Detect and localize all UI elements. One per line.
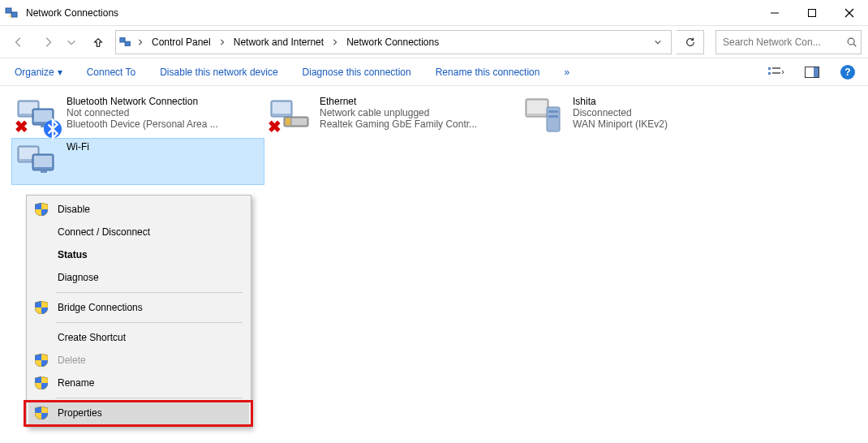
- chevron-right-icon[interactable]: [217, 39, 227, 45]
- svg-rect-27: [772, 67, 780, 69]
- recent-dropdown[interactable]: [65, 30, 78, 54]
- menu-item-shortcut[interactable]: Create Shortcut: [28, 326, 249, 349]
- menu-separator: [56, 398, 243, 398]
- address-bar[interactable]: Control Panel Network and Internet Netwo…: [115, 30, 672, 54]
- context-menu: Disable Connect / Disconnect Status Diag…: [26, 195, 251, 428]
- rename-connection-button[interactable]: Rename this connection: [429, 63, 547, 81]
- menu-separator: [56, 322, 243, 323]
- menu-item-rename[interactable]: Rename: [28, 372, 249, 394]
- error-x-icon: ✖: [15, 117, 28, 136]
- menu-separator: [56, 292, 243, 293]
- menu-item-status[interactable]: Status: [28, 243, 249, 266]
- view-options-button[interactable]: [764, 60, 789, 84]
- up-button[interactable]: [86, 30, 110, 54]
- minimize-button[interactable]: [756, 1, 793, 25]
- svg-rect-26: [768, 67, 771, 70]
- uac-shield-icon: [33, 376, 49, 389]
- connection-name: Bluetooth Network Connection: [67, 96, 218, 107]
- svg-point-24: [848, 38, 854, 45]
- address-icon: [119, 36, 132, 49]
- connection-status: Not connected: [67, 107, 218, 118]
- maximize-button[interactable]: [793, 1, 831, 25]
- connection-status: Network cable unplugged: [320, 107, 477, 118]
- connection-name: Wi-Fi: [67, 141, 89, 153]
- connection-item-bluetooth[interactable]: ✖ Bluetooth Network Connection Not conne…: [11, 92, 264, 138]
- svg-rect-16: [11, 12, 17, 17]
- titlebar: Network Connections: [0, 0, 868, 26]
- svg-rect-19: [809, 9, 816, 16]
- search-input[interactable]: [721, 36, 846, 49]
- connection-device: Bluetooth Device (Personal Area ...: [67, 118, 218, 130]
- connection-item-vpn[interactable]: Ishita Disconnected WAN Miniport (IKEv2): [518, 92, 771, 138]
- connection-item-wifi[interactable]: Wi-Fi: [11, 138, 264, 185]
- breadcrumb-network-internet[interactable]: Network and Internet: [230, 31, 327, 54]
- connection-status: Disconnected: [573, 107, 668, 118]
- content-area: ✖ Bluetooth Network Connection Not conne…: [0, 86, 868, 191]
- organize-menu[interactable]: Organize ▾: [8, 63, 69, 81]
- connection-name: Ishita: [573, 96, 668, 107]
- network-icon: ✖: [269, 96, 312, 135]
- uac-shield-icon: [33, 301, 49, 314]
- chevron-right-icon[interactable]: [330, 39, 340, 45]
- diagnose-connection-button[interactable]: Diagnose this connection: [296, 63, 418, 81]
- svg-rect-28: [768, 72, 771, 75]
- network-icon: [16, 141, 58, 180]
- caret-down-icon: ▾: [58, 67, 62, 78]
- forward-button[interactable]: [36, 30, 60, 54]
- svg-rect-17: [9, 15, 11, 17]
- svg-line-25: [853, 44, 856, 46]
- breadcrumb-control-panel[interactable]: Control Panel: [148, 31, 214, 54]
- menu-item-bridge[interactable]: Bridge Connections: [28, 296, 249, 319]
- overflow-button[interactable]: »: [557, 63, 576, 81]
- connection-list: ✖ Bluetooth Network Connection Not conne…: [11, 92, 857, 185]
- breadcrumb-network-connections[interactable]: Network Connections: [343, 31, 442, 54]
- preview-pane-button[interactable]: [800, 60, 824, 84]
- back-button[interactable]: [6, 30, 31, 54]
- chevron-right-icon[interactable]: [135, 39, 145, 45]
- svg-rect-22: [120, 37, 125, 41]
- svg-rect-23: [125, 41, 130, 45]
- connect-to-button[interactable]: Connect To: [80, 63, 143, 81]
- menu-item-connect[interactable]: Connect / Disconnect: [28, 221, 249, 243]
- search-icon[interactable]: [846, 37, 857, 48]
- svg-rect-29: [772, 72, 780, 74]
- error-x-icon: ✖: [268, 117, 281, 136]
- svg-rect-31: [814, 67, 819, 77]
- refresh-button[interactable]: [677, 30, 704, 54]
- connection-name: Ethernet: [320, 96, 477, 107]
- network-icon: [522, 96, 565, 135]
- close-button[interactable]: [831, 1, 868, 25]
- menu-item-diagnose[interactable]: Diagnose: [28, 266, 249, 289]
- uac-shield-icon: [33, 354, 49, 367]
- connection-item-ethernet[interactable]: ✖ Ethernet Network cable unplugged Realt…: [264, 92, 518, 138]
- uac-shield-icon: [33, 406, 49, 419]
- menu-item-disable[interactable]: Disable: [28, 198, 249, 221]
- uac-shield-icon: [33, 203, 49, 216]
- command-bar: Organize ▾ Connect To Disable this netwo…: [0, 58, 868, 86]
- help-button[interactable]: ?: [836, 60, 860, 84]
- menu-item-properties[interactable]: Properties: [28, 402, 249, 424]
- connection-device: Realtek Gaming GbE Family Contr...: [320, 118, 477, 130]
- disable-device-button[interactable]: Disable this network device: [153, 63, 284, 81]
- window-title: Network Connections: [26, 7, 118, 19]
- bluetooth-icon: [44, 120, 62, 138]
- search-box[interactable]: [715, 30, 862, 54]
- window-buttons: [756, 1, 868, 25]
- connection-device: WAN Miniport (IKEv2): [573, 118, 668, 130]
- address-dropdown[interactable]: [648, 38, 668, 46]
- nav-bar: Control Panel Network and Internet Netwo…: [0, 26, 868, 58]
- window-icon: [5, 6, 19, 20]
- menu-item-delete: Delete: [28, 349, 249, 372]
- network-icon: ✖: [16, 96, 58, 135]
- svg-rect-15: [6, 8, 11, 13]
